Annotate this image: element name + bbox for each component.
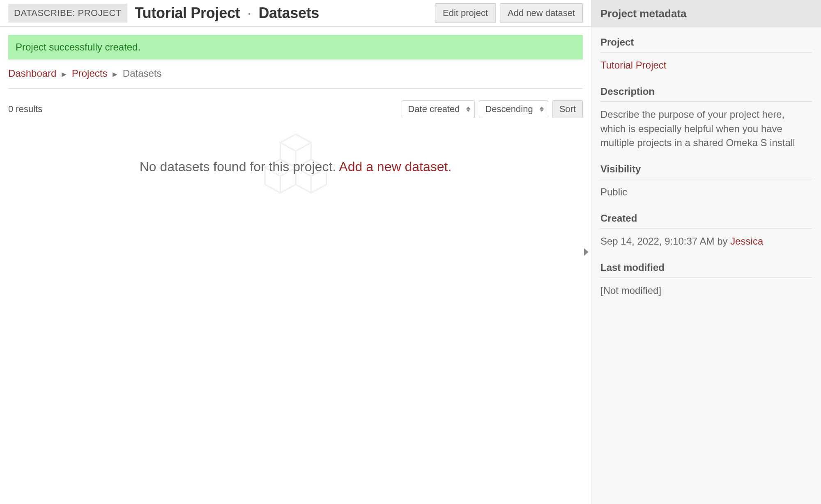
title-section: Datasets <box>258 5 319 21</box>
sidebar-header: Project metadata <box>591 0 821 27</box>
edit-project-button[interactable]: Edit project <box>435 3 496 23</box>
meta-created-timestamp: Sep 14, 2022, 9:10:37 AM by <box>600 236 730 247</box>
breadcrumb: Dashboard ▶ Projects ▶ Datasets <box>8 68 583 89</box>
module-badge: DATASCRIBE: PROJECT <box>8 4 127 23</box>
add-new-dataset-button[interactable]: Add new dataset <box>500 3 583 23</box>
meta-visibility-value: Public <box>600 185 812 199</box>
meta-created-user-link[interactable]: Jessica <box>730 236 763 247</box>
meta-created-value: Sep 14, 2022, 9:10:37 AM by Jessica <box>600 234 812 249</box>
updown-icon <box>540 107 544 112</box>
title-separator: · <box>244 5 255 21</box>
results-count: 0 results <box>8 104 42 115</box>
meta-label-description: Description <box>600 86 812 102</box>
breadcrumb-projects[interactable]: Projects <box>72 68 108 79</box>
metadata-sidebar: Project metadata Project Tutorial Projec… <box>591 0 821 504</box>
svg-marker-0 <box>280 134 311 151</box>
empty-message: No datasets found for this project. <box>140 159 339 174</box>
meta-label-modified: Last modified <box>600 262 812 278</box>
meta-modified-value: [Not modified] <box>600 284 812 298</box>
chevron-right-icon: ▶ <box>59 71 69 78</box>
meta-label-visibility: Visibility <box>600 163 812 179</box>
sort-field-value: Date created <box>408 104 460 114</box>
sidebar-toggle[interactable] <box>584 248 589 256</box>
sort-direction-value: Descending <box>485 104 533 114</box>
updown-icon <box>466 107 470 112</box>
add-dataset-link[interactable]: Add a new dataset. <box>339 159 451 174</box>
meta-label-created: Created <box>600 213 812 229</box>
sort-field-select[interactable]: Date created <box>402 100 475 118</box>
breadcrumb-dashboard[interactable]: Dashboard <box>8 68 56 79</box>
success-alert: Project successfully created. <box>8 35 583 60</box>
title-project: Tutorial Project <box>135 5 240 21</box>
sort-button[interactable]: Sort <box>552 100 583 118</box>
meta-label-project: Project <box>600 37 812 53</box>
list-toolbar: 0 results Date created Descending <box>8 100 583 118</box>
meta-description-value: Describe the purpose of your project her… <box>600 108 812 150</box>
page-header: DATASCRIBE: PROJECT Tutorial Project · D… <box>0 0 591 27</box>
chevron-right-icon: ▶ <box>110 71 120 78</box>
sort-direction-select[interactable]: Descending <box>479 100 548 118</box>
page-title: Tutorial Project · Datasets <box>135 5 319 22</box>
empty-state: No datasets found for this project. Add … <box>8 159 583 174</box>
breadcrumb-current: Datasets <box>123 68 162 79</box>
meta-project-link[interactable]: Tutorial Project <box>600 60 667 71</box>
